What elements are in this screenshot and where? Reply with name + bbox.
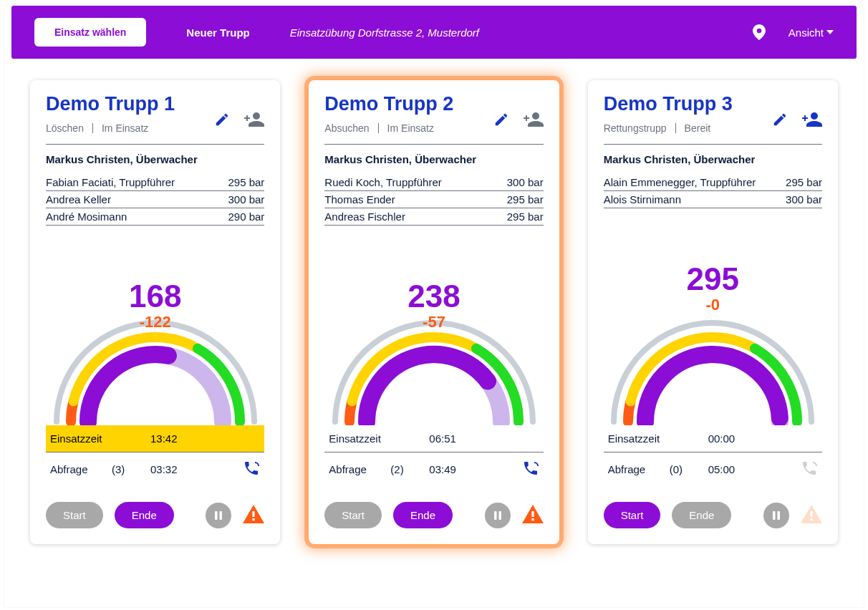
member-row: Alain Emmenegger, Truppführer 295 bar (604, 174, 822, 191)
member-name: Fabian Faciati, Truppführer (46, 176, 175, 188)
start-button[interactable]: Start (324, 502, 382, 528)
svg-rect-5 (498, 511, 501, 520)
member-pressure: 295 bar (507, 210, 544, 223)
gauge-value: 295 (604, 261, 822, 297)
alert-icon[interactable] (243, 505, 264, 526)
start-button[interactable]: Start (46, 502, 103, 528)
trupp-subline: Löschen Im Einsatz (46, 122, 214, 134)
member-row: André Mosimann 290 bar (46, 208, 264, 226)
view-label: Ansicht (789, 26, 824, 39)
svg-rect-4 (494, 511, 497, 520)
svg-rect-1 (220, 511, 223, 520)
mission-name: Einsatzübung Dorfstrasse 2, Musterdorf (290, 26, 479, 39)
trupp-task: Löschen (46, 122, 84, 134)
pause-button[interactable] (763, 503, 789, 528)
trupp-subline: Rettungstrupp Bereit (604, 122, 772, 134)
member-pressure: 295 bar (786, 176, 822, 188)
member-pressure: 300 bar (507, 176, 544, 188)
einsatzzeit-value: 00:00 (708, 432, 751, 445)
add-person-icon[interactable] (801, 110, 822, 132)
member-name: Andreas Fischler (324, 210, 405, 223)
abfrage-count: (3) (112, 463, 150, 475)
pause-button[interactable] (485, 503, 511, 528)
separator (378, 123, 379, 133)
member-pressure: 295 bar (507, 193, 544, 205)
member-name: André Mosimann (46, 210, 127, 223)
choose-mission-button[interactable]: Einsatz wählen (34, 18, 146, 47)
call-icon[interactable] (522, 460, 539, 479)
add-person-icon[interactable] (522, 110, 544, 132)
abfrage-count: (0) (670, 463, 708, 475)
abfrage-label: Abfrage (329, 463, 390, 475)
svg-rect-7 (531, 518, 534, 521)
abfrage-row: Abfrage (3) 03:32 (46, 452, 264, 486)
trupp-task: Rettungstrupp (604, 122, 667, 134)
supervisor: Markus Christen, Überwacher (324, 153, 543, 165)
trupp-task: Absuchen (324, 122, 369, 134)
separator (92, 123, 93, 133)
trupp-title[interactable]: Demo Trupp 3 (604, 93, 772, 115)
trupp-status: Bereit (685, 122, 711, 134)
trupp-subline: Absuchen Im Einsatz (324, 122, 493, 134)
svg-rect-10 (810, 511, 812, 517)
svg-rect-11 (810, 518, 812, 521)
edit-icon[interactable] (493, 112, 509, 130)
edit-icon[interactable] (214, 112, 230, 130)
member-name: Alain Emmenegger, Truppführer (604, 176, 756, 188)
member-pressure: 300 bar (228, 193, 264, 205)
abfrage-time: 03:49 (429, 463, 472, 475)
svg-rect-6 (531, 511, 534, 517)
divider (604, 144, 822, 145)
member-name: Thomas Ender (324, 193, 395, 205)
pressure-gauge: 168 -122 (46, 226, 264, 425)
svg-rect-3 (253, 518, 255, 521)
trupp-card: Demo Trupp 3 Rettungstrupp Bereit Markus… (588, 80, 838, 544)
trupp-title[interactable]: Demo Trupp 2 (324, 93, 493, 115)
new-trupp-link[interactable]: Neuer Trupp (186, 26, 249, 39)
member-pressure: 295 bar (228, 176, 264, 188)
member-pressure: 290 bar (228, 210, 264, 223)
member-pressure: 300 bar (786, 193, 822, 205)
alert-icon[interactable] (522, 505, 544, 526)
svg-rect-2 (253, 511, 255, 517)
gauge-value: 168 (46, 279, 264, 314)
member-row: Fabian Faciati, Truppführer 295 bar (46, 174, 264, 191)
end-button[interactable]: Ende (672, 502, 731, 528)
member-row: Alois Stirnimann 300 bar (604, 191, 822, 208)
trupp-card: Demo Trupp 1 Löschen Im Einsatz Markus C… (30, 80, 280, 544)
end-button[interactable]: Ende (393, 502, 453, 528)
abfrage-time: 05:00 (708, 463, 751, 475)
einsatzzeit-label: Einsatzzeit (329, 432, 390, 445)
call-icon[interactable] (243, 460, 260, 479)
gauge-delta: -57 (324, 313, 543, 331)
abfrage-row: Abfrage (2) 03:49 (324, 452, 543, 486)
alert-icon (801, 505, 822, 526)
divider (324, 144, 543, 145)
member-name: Ruedi Koch, Truppführer (324, 176, 441, 188)
end-button[interactable]: Ende (115, 502, 174, 528)
divider (46, 144, 264, 145)
member-row: Thomas Ender 295 bar (324, 191, 543, 208)
abfrage-row: Abfrage (0) 05:00 (604, 452, 822, 486)
abfrage-count: (2) (390, 463, 429, 475)
trupp-title[interactable]: Demo Trupp 1 (46, 93, 214, 115)
trupp-status: Im Einsatz (387, 122, 434, 134)
member-row: Ruedi Koch, Truppführer 300 bar (324, 174, 543, 191)
gauge-delta: -0 (604, 296, 822, 314)
svg-rect-8 (773, 511, 776, 520)
pressure-gauge: 295 -0 (604, 208, 822, 425)
app-header: Einsatz wählen Neuer Trupp Einsatzübung … (11, 6, 857, 59)
svg-rect-0 (215, 511, 218, 520)
location-pin-icon[interactable] (753, 24, 766, 40)
member-name: Alois Stirnimann (604, 193, 681, 205)
view-dropdown[interactable]: Ansicht (789, 26, 834, 39)
pause-button[interactable] (206, 503, 231, 528)
add-person-icon[interactable] (243, 110, 264, 132)
call-icon (801, 460, 818, 479)
einsatzzeit-row: Einsatzzeit 06:51 (324, 425, 543, 452)
svg-rect-9 (777, 511, 780, 520)
edit-icon[interactable] (772, 112, 788, 130)
start-button[interactable]: Start (604, 502, 661, 528)
abfrage-label: Abfrage (608, 463, 670, 475)
supervisor: Markus Christen, Überwacher (604, 153, 822, 165)
